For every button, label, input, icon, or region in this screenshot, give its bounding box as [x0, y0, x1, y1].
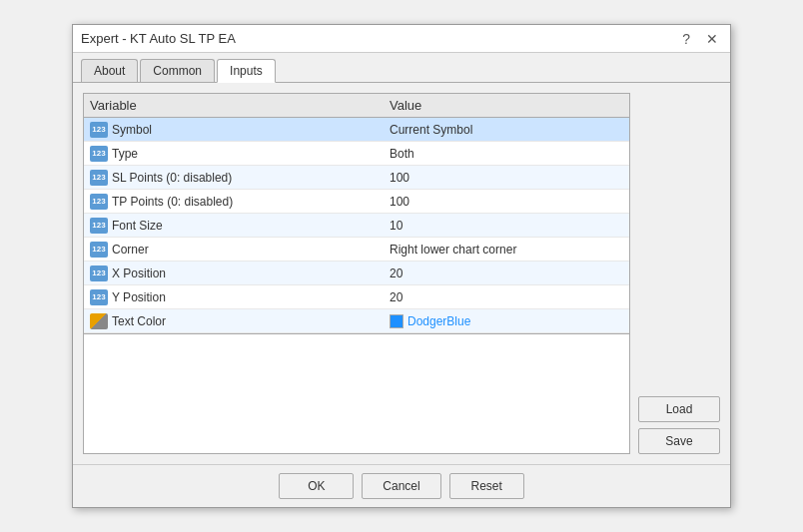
reset-button[interactable]: Reset: [449, 473, 524, 499]
value-cell: Current Symbol: [390, 123, 623, 137]
value-text: Both: [390, 147, 414, 161]
close-button[interactable]: ✕: [702, 32, 722, 46]
value-cell: 100: [390, 195, 623, 209]
value-cell: 20: [390, 290, 623, 304]
123-icon: 123: [90, 170, 108, 186]
title-controls: ? ✕: [678, 32, 722, 46]
variable-name: Type: [112, 147, 138, 161]
window-title: Expert - KT Auto SL TP EA: [81, 31, 236, 46]
variable-cell: 123Symbol: [90, 122, 390, 138]
table-area: Variable Value 123SymbolCurrent Symbol12…: [83, 93, 630, 454]
variable-cell: 123X Position: [90, 266, 390, 281]
main-window: Expert - KT Auto SL TP EA ? ✕ About Comm…: [72, 24, 731, 508]
table-row[interactable]: 123SL Points (0: disabled)100: [84, 166, 629, 190]
variable-cell: 123Font Size: [90, 218, 390, 234]
table-row[interactable]: Text ColorDodgerBlue: [84, 309, 629, 333]
variable-cell: 123Y Position: [90, 289, 390, 305]
table-body: 123SymbolCurrent Symbol123TypeBoth123SL …: [84, 118, 629, 333]
footer: OK Cancel Reset: [73, 464, 730, 507]
table-row[interactable]: 123TypeBoth: [84, 142, 629, 166]
123-icon: 123: [90, 218, 108, 234]
variable-name: SL Points (0: disabled): [112, 171, 232, 185]
123-icon: 123: [90, 194, 108, 210]
col-value: Value: [390, 98, 623, 113]
variable-table: Variable Value 123SymbolCurrent Symbol12…: [83, 93, 630, 334]
123-icon: 123: [90, 146, 108, 162]
value-text: 100: [390, 171, 409, 185]
load-button[interactable]: Load: [638, 396, 720, 422]
value-cell: DodgerBlue: [390, 314, 623, 328]
help-button[interactable]: ?: [678, 32, 694, 46]
table-row[interactable]: 123CornerRight lower chart corner: [84, 238, 629, 262]
variable-cell: 123TP Points (0: disabled): [90, 194, 390, 210]
tab-bar: About Common Inputs: [73, 53, 730, 83]
123-icon: 123: [90, 289, 108, 305]
tab-inputs[interactable]: Inputs: [217, 59, 276, 83]
save-button[interactable]: Save: [638, 428, 720, 454]
table-row[interactable]: 123Y Position20: [84, 285, 629, 309]
variable-cell: 123Corner: [90, 242, 390, 258]
value-text: 20: [390, 266, 402, 280]
table-header: Variable Value: [84, 94, 629, 118]
123-icon: 123: [90, 266, 108, 281]
value-cell: Right lower chart corner: [390, 243, 623, 257]
color-icon: [90, 313, 108, 329]
title-bar: Expert - KT Auto SL TP EA ? ✕: [73, 25, 730, 53]
table-row[interactable]: 123TP Points (0: disabled)100: [84, 190, 629, 214]
ok-button[interactable]: OK: [279, 473, 354, 499]
value-text: 20: [390, 290, 402, 304]
variable-name: X Position: [112, 266, 166, 280]
variable-name: Y Position: [112, 290, 166, 304]
value-text: Right lower chart corner: [390, 243, 516, 257]
tab-about[interactable]: About: [81, 59, 138, 82]
variable-cell: 123Type: [90, 146, 390, 162]
value-text: Current Symbol: [390, 123, 472, 137]
table-row[interactable]: 123Font Size10: [84, 214, 629, 238]
123-icon: 123: [90, 242, 108, 258]
value-text: 100: [390, 195, 409, 209]
content-area: Variable Value 123SymbolCurrent Symbol12…: [73, 83, 730, 464]
value-cell: 10: [390, 219, 623, 233]
variable-name: Corner: [112, 243, 149, 257]
value-cell: 100: [390, 171, 623, 185]
table-row[interactable]: 123SymbolCurrent Symbol: [84, 118, 629, 142]
value-text: DodgerBlue: [407, 314, 470, 328]
value-cell: 20: [390, 266, 623, 280]
variable-cell: Text Color: [90, 313, 390, 329]
empty-table-space: [83, 334, 630, 454]
variable-name: Font Size: [112, 219, 163, 233]
table-row[interactable]: 123X Position20: [84, 262, 629, 285]
color-swatch: [390, 314, 403, 328]
cancel-button[interactable]: Cancel: [362, 473, 440, 499]
variable-name: Text Color: [112, 314, 166, 328]
main-area: Variable Value 123SymbolCurrent Symbol12…: [83, 93, 720, 454]
side-buttons: Load Save: [630, 396, 720, 454]
tab-common[interactable]: Common: [140, 59, 215, 82]
col-variable: Variable: [90, 98, 390, 113]
variable-name: Symbol: [112, 123, 152, 137]
value-text: 10: [390, 219, 402, 233]
value-cell: Both: [390, 147, 623, 161]
123-icon: 123: [90, 122, 108, 138]
variable-name: TP Points (0: disabled): [112, 195, 233, 209]
variable-cell: 123SL Points (0: disabled): [90, 170, 390, 186]
